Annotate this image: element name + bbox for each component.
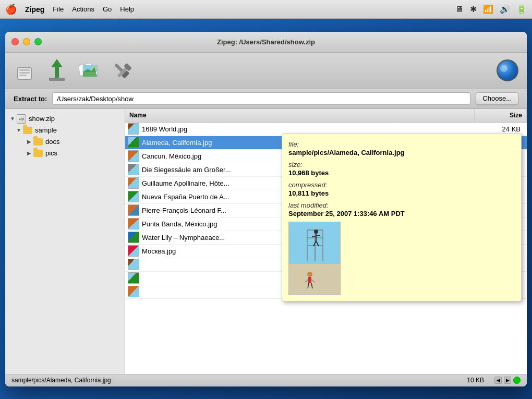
- file-thumb: [128, 177, 139, 189]
- volume-icon: 🔊: [500, 4, 510, 14]
- scroll-left-button[interactable]: ◀: [494, 377, 502, 384]
- file-menu[interactable]: File: [53, 5, 64, 13]
- preview-icon: [78, 59, 100, 81]
- svg-point-23: [314, 229, 318, 234]
- tree-triangle-pics: [26, 150, 32, 156]
- scroll-right-button[interactable]: ▶: [504, 377, 511, 384]
- svg-rect-29: [308, 277, 311, 283]
- tooltip-file-label: file:: [288, 140, 515, 148]
- globe-button[interactable]: [497, 59, 518, 81]
- file-thumb: [128, 150, 139, 162]
- tooltip-size-label: size:: [288, 161, 515, 168]
- unzip-button[interactable]: [14, 59, 35, 81]
- file-list-header: Name Size: [125, 109, 527, 123]
- folder-icon-sample: [23, 127, 32, 134]
- monitor-icon: 🖥: [455, 5, 464, 14]
- toolbar: [5, 53, 527, 89]
- svg-rect-3: [19, 75, 27, 76]
- file-thumb: [128, 204, 139, 216]
- main-window: Zipeg: /Users/Shared/show.zip: [5, 32, 527, 386]
- tooltip-compressed-label: compressed:: [288, 181, 515, 189]
- sidebar: zip show.zip sample docs: [5, 109, 125, 374]
- tools-button[interactable]: [111, 59, 132, 81]
- file-thumb: [128, 191, 139, 202]
- tools-icon: [111, 59, 132, 81]
- folder-icon-pics: [33, 150, 43, 157]
- svg-point-28: [307, 272, 312, 277]
- tree-triangle-docs: [26, 139, 32, 145]
- file-name: 1689 World.jpg: [142, 125, 475, 133]
- extract-path: /Users/zak/Desktop/show: [52, 92, 470, 105]
- window-title: Zipeg: /Users/Shared/show.zip: [217, 38, 315, 46]
- tooltip-file-value: sample/pics/Alameda, California.jpg: [288, 149, 515, 156]
- tooltip-modified-label: last modified:: [288, 201, 515, 209]
- tooltip-compressed-value: 10,811 bytes: [288, 189, 515, 197]
- go-menu[interactable]: Go: [103, 5, 112, 13]
- actions-menu[interactable]: Actions: [72, 5, 94, 13]
- svg-rect-5: [49, 78, 65, 81]
- extract-bar: Extract to: /Users/zak/Desktop/show Choo…: [5, 89, 527, 109]
- globe-icon: [497, 59, 518, 81]
- file-thumb: [128, 259, 139, 270]
- file-size: 24 KB: [475, 125, 527, 133]
- sidebar-item-sample[interactable]: sample: [5, 125, 125, 136]
- zip-icon: zip: [17, 114, 26, 124]
- file-thumb: [128, 137, 139, 148]
- statusbar: sample/pics/Alameda, California.jpg 10 K…: [5, 374, 527, 386]
- status-indicator: [513, 377, 521, 384]
- bluetooth-icon: ✱: [470, 4, 477, 14]
- file-thumb: [128, 232, 139, 243]
- extract-label: Extract to:: [14, 95, 47, 103]
- desktop: Zipeg: /Users/Shared/show.zip: [0, 19, 532, 399]
- tree-triangle-showzip: [9, 116, 16, 122]
- file-thumb: [128, 245, 139, 257]
- svg-rect-16: [289, 264, 341, 295]
- minimize-button[interactable]: [23, 38, 30, 45]
- preview-button[interactable]: [78, 59, 100, 81]
- menubar: 🍎 Zipeg File Actions Go Help 🖥 ✱ 📶 🔊 🔋: [0, 0, 532, 19]
- titlebar: Zipeg: /Users/Shared/show.zip: [5, 32, 527, 53]
- file-thumb: [128, 218, 139, 229]
- status-size: 10 KB: [467, 377, 484, 384]
- sidebar-label-docs: docs: [45, 138, 59, 146]
- wifi-icon: 📶: [483, 4, 493, 14]
- window-controls: [11, 38, 42, 45]
- battery-icon: 🔋: [516, 4, 527, 14]
- tooltip-popup: file: sample/pics/Alameda, California.jp…: [282, 134, 522, 301]
- status-path: sample/pics/Alameda, California.jpg: [11, 377, 456, 384]
- file-thumb: [128, 164, 139, 175]
- file-thumb: [128, 272, 139, 284]
- folder-icon-docs: [33, 138, 43, 146]
- sidebar-item-showzip[interactable]: zip show.zip: [5, 113, 125, 125]
- tooltip-preview: [288, 222, 341, 295]
- svg-marker-4: [51, 59, 63, 78]
- extract-icon: [46, 59, 68, 81]
- extract-button[interactable]: [46, 59, 68, 81]
- close-button[interactable]: [11, 38, 19, 45]
- file-thumb: [128, 123, 139, 135]
- sidebar-item-docs[interactable]: docs: [5, 136, 125, 148]
- col-header-name[interactable]: Name: [125, 109, 475, 122]
- help-menu[interactable]: Help: [120, 5, 134, 13]
- col-header-size[interactable]: Size: [475, 109, 527, 122]
- tree-triangle-sample: [16, 127, 22, 134]
- tooltip-modified-value: September 25, 2007 1:33:46 AM PDT: [288, 210, 515, 217]
- svg-rect-1: [19, 69, 30, 71]
- choose-button[interactable]: Choose...: [476, 92, 518, 105]
- svg-rect-2: [19, 72, 30, 74]
- file-thumb: [128, 286, 139, 297]
- apple-menu[interactable]: 🍎: [5, 4, 17, 15]
- menubar-right: 🖥 ✱ 📶 🔊 🔋: [455, 4, 527, 14]
- sidebar-item-pics[interactable]: pics: [5, 148, 125, 159]
- maximize-button[interactable]: [34, 38, 42, 45]
- statusbar-right: ◀ ▶: [494, 377, 521, 384]
- tooltip-size-value: 10,968 bytes: [288, 169, 515, 177]
- sidebar-label-pics: pics: [45, 149, 57, 157]
- sidebar-label-showzip: show.zip: [29, 115, 55, 123]
- unzip-icon: [14, 59, 35, 81]
- app-menu[interactable]: Zipeg: [25, 5, 44, 14]
- sidebar-label-sample: sample: [35, 126, 57, 134]
